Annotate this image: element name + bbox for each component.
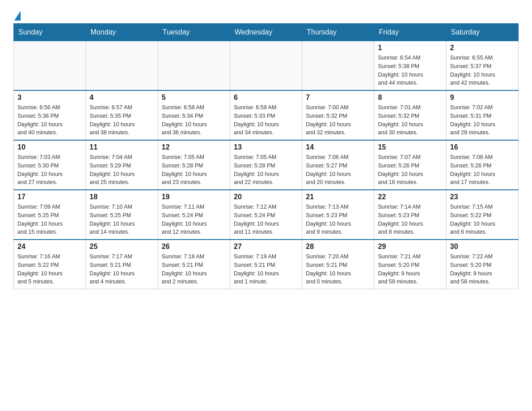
header-monday: Monday <box>86 24 158 41</box>
calendar-cell: 4Sunrise: 6:57 AM Sunset: 5:35 PM Daylig… <box>86 90 158 140</box>
day-info: Sunrise: 7:15 AM Sunset: 5:22 PM Dayligh… <box>450 203 515 236</box>
calendar-cell: 1Sunrise: 6:54 AM Sunset: 5:38 PM Daylig… <box>374 41 446 91</box>
calendar-cell: 15Sunrise: 7:07 AM Sunset: 5:26 PM Dayli… <box>374 140 446 190</box>
calendar-cell: 17Sunrise: 7:09 AM Sunset: 5:25 PM Dayli… <box>14 190 86 240</box>
day-info: Sunrise: 6:58 AM Sunset: 5:34 PM Dayligh… <box>162 103 226 137</box>
calendar-cell: 18Sunrise: 7:10 AM Sunset: 5:25 PM Dayli… <box>86 190 158 240</box>
logo-triangle-icon <box>14 11 21 21</box>
calendar-cell <box>86 41 158 91</box>
day-number: 10 <box>17 143 82 151</box>
calendar-week-row: 3Sunrise: 6:56 AM Sunset: 5:36 PM Daylig… <box>14 90 519 140</box>
calendar-cell: 3Sunrise: 6:56 AM Sunset: 5:36 PM Daylig… <box>14 90 86 140</box>
day-number: 28 <box>306 243 370 251</box>
day-number: 1 <box>378 44 442 52</box>
calendar-cell: 27Sunrise: 7:19 AM Sunset: 5:21 PM Dayli… <box>230 240 302 289</box>
calendar-cell: 28Sunrise: 7:20 AM Sunset: 5:21 PM Dayli… <box>302 240 374 289</box>
day-info: Sunrise: 7:18 AM Sunset: 5:21 PM Dayligh… <box>162 253 226 286</box>
calendar-cell: 5Sunrise: 6:58 AM Sunset: 5:34 PM Daylig… <box>158 90 230 140</box>
day-info: Sunrise: 7:21 AM Sunset: 5:20 PM Dayligh… <box>378 253 442 286</box>
day-info: Sunrise: 7:05 AM Sunset: 5:28 PM Dayligh… <box>162 153 226 187</box>
day-number: 24 <box>17 243 82 251</box>
calendar-cell: 23Sunrise: 7:15 AM Sunset: 5:22 PM Dayli… <box>446 190 519 240</box>
day-info: Sunrise: 7:14 AM Sunset: 5:23 PM Dayligh… <box>378 203 442 236</box>
calendar-cell: 22Sunrise: 7:14 AM Sunset: 5:23 PM Dayli… <box>374 190 446 240</box>
calendar-cell: 19Sunrise: 7:11 AM Sunset: 5:24 PM Dayli… <box>158 190 230 240</box>
day-number: 18 <box>90 193 154 201</box>
calendar-cell: 16Sunrise: 7:08 AM Sunset: 5:26 PM Dayli… <box>446 140 519 190</box>
day-info: Sunrise: 7:16 AM Sunset: 5:22 PM Dayligh… <box>17 253 82 286</box>
day-number: 7 <box>306 94 370 102</box>
day-number: 19 <box>162 193 226 201</box>
day-info: Sunrise: 7:00 AM Sunset: 5:32 PM Dayligh… <box>306 103 370 137</box>
header-saturday: Saturday <box>446 24 519 41</box>
day-number: 14 <box>306 143 370 151</box>
day-number: 5 <box>162 94 226 102</box>
calendar-cell: 7Sunrise: 7:00 AM Sunset: 5:32 PM Daylig… <box>302 90 374 140</box>
day-info: Sunrise: 7:08 AM Sunset: 5:26 PM Dayligh… <box>450 153 515 187</box>
day-number: 25 <box>90 243 154 251</box>
day-number: 27 <box>234 243 298 251</box>
calendar-cell: 30Sunrise: 7:22 AM Sunset: 5:20 PM Dayli… <box>446 240 519 289</box>
calendar-cell: 12Sunrise: 7:05 AM Sunset: 5:28 PM Dayli… <box>158 140 230 190</box>
calendar-cell: 14Sunrise: 7:06 AM Sunset: 5:27 PM Dayli… <box>302 140 374 190</box>
day-info: Sunrise: 7:17 AM Sunset: 5:21 PM Dayligh… <box>90 253 154 286</box>
day-info: Sunrise: 6:59 AM Sunset: 5:33 PM Dayligh… <box>234 103 298 137</box>
day-info: Sunrise: 7:04 AM Sunset: 5:29 PM Dayligh… <box>90 153 154 187</box>
day-number: 8 <box>378 94 442 102</box>
calendar-cell: 8Sunrise: 7:01 AM Sunset: 5:32 PM Daylig… <box>374 90 446 140</box>
day-info: Sunrise: 7:05 AM Sunset: 5:28 PM Dayligh… <box>234 153 298 187</box>
calendar-cell: 10Sunrise: 7:03 AM Sunset: 5:30 PM Dayli… <box>14 140 86 190</box>
calendar-cell <box>302 41 374 91</box>
calendar-cell <box>158 41 230 91</box>
calendar-cell: 29Sunrise: 7:21 AM Sunset: 5:20 PM Dayli… <box>374 240 446 289</box>
day-info: Sunrise: 7:02 AM Sunset: 5:31 PM Dayligh… <box>450 103 515 137</box>
day-number: 9 <box>450 94 515 102</box>
calendar: SundayMondayTuesdayWednesdayThursdayFrid… <box>13 23 519 289</box>
header <box>13 9 519 19</box>
day-info: Sunrise: 7:09 AM Sunset: 5:25 PM Dayligh… <box>17 203 82 236</box>
calendar-cell: 21Sunrise: 7:13 AM Sunset: 5:23 PM Dayli… <box>302 190 374 240</box>
header-wednesday: Wednesday <box>230 24 302 41</box>
calendar-cell: 26Sunrise: 7:18 AM Sunset: 5:21 PM Dayli… <box>158 240 230 289</box>
calendar-header-row: SundayMondayTuesdayWednesdayThursdayFrid… <box>14 24 519 41</box>
day-info: Sunrise: 7:13 AM Sunset: 5:23 PM Dayligh… <box>306 203 370 236</box>
day-number: 13 <box>234 143 298 151</box>
calendar-cell: 6Sunrise: 6:59 AM Sunset: 5:33 PM Daylig… <box>230 90 302 140</box>
day-number: 23 <box>450 193 515 201</box>
day-info: Sunrise: 7:19 AM Sunset: 5:21 PM Dayligh… <box>234 253 298 286</box>
day-info: Sunrise: 7:01 AM Sunset: 5:32 PM Dayligh… <box>378 103 442 137</box>
day-number: 15 <box>378 143 442 151</box>
day-number: 6 <box>234 94 298 102</box>
day-number: 16 <box>450 143 515 151</box>
calendar-cell: 9Sunrise: 7:02 AM Sunset: 5:31 PM Daylig… <box>446 90 519 140</box>
day-number: 17 <box>17 193 82 201</box>
day-info: Sunrise: 7:07 AM Sunset: 5:26 PM Dayligh… <box>378 153 442 187</box>
calendar-cell: 20Sunrise: 7:12 AM Sunset: 5:24 PM Dayli… <box>230 190 302 240</box>
day-info: Sunrise: 7:10 AM Sunset: 5:25 PM Dayligh… <box>90 203 154 236</box>
day-number: 20 <box>234 193 298 201</box>
header-tuesday: Tuesday <box>158 24 230 41</box>
day-number: 11 <box>90 143 154 151</box>
day-info: Sunrise: 6:56 AM Sunset: 5:36 PM Dayligh… <box>17 103 82 137</box>
calendar-week-row: 1Sunrise: 6:54 AM Sunset: 5:38 PM Daylig… <box>14 41 519 91</box>
calendar-cell: 2Sunrise: 6:55 AM Sunset: 5:37 PM Daylig… <box>446 41 519 91</box>
calendar-cell: 13Sunrise: 7:05 AM Sunset: 5:28 PM Dayli… <box>230 140 302 190</box>
day-info: Sunrise: 7:22 AM Sunset: 5:20 PM Dayligh… <box>450 253 515 286</box>
day-info: Sunrise: 6:54 AM Sunset: 5:38 PM Dayligh… <box>378 54 442 87</box>
day-info: Sunrise: 7:06 AM Sunset: 5:27 PM Dayligh… <box>306 153 370 187</box>
day-info: Sunrise: 7:11 AM Sunset: 5:24 PM Dayligh… <box>162 203 226 236</box>
day-number: 4 <box>90 94 154 102</box>
header-sunday: Sunday <box>14 24 86 41</box>
day-number: 2 <box>450 44 515 52</box>
day-number: 26 <box>162 243 226 251</box>
day-number: 3 <box>17 94 82 102</box>
header-friday: Friday <box>374 24 446 41</box>
calendar-week-row: 10Sunrise: 7:03 AM Sunset: 5:30 PM Dayli… <box>14 140 519 190</box>
day-info: Sunrise: 7:20 AM Sunset: 5:21 PM Dayligh… <box>306 253 370 286</box>
calendar-cell <box>230 41 302 91</box>
day-info: Sunrise: 7:03 AM Sunset: 5:30 PM Dayligh… <box>17 153 82 187</box>
calendar-cell: 25Sunrise: 7:17 AM Sunset: 5:21 PM Dayli… <box>86 240 158 289</box>
day-number: 29 <box>378 243 442 251</box>
calendar-cell: 24Sunrise: 7:16 AM Sunset: 5:22 PM Dayli… <box>14 240 86 289</box>
header-thursday: Thursday <box>302 24 374 41</box>
